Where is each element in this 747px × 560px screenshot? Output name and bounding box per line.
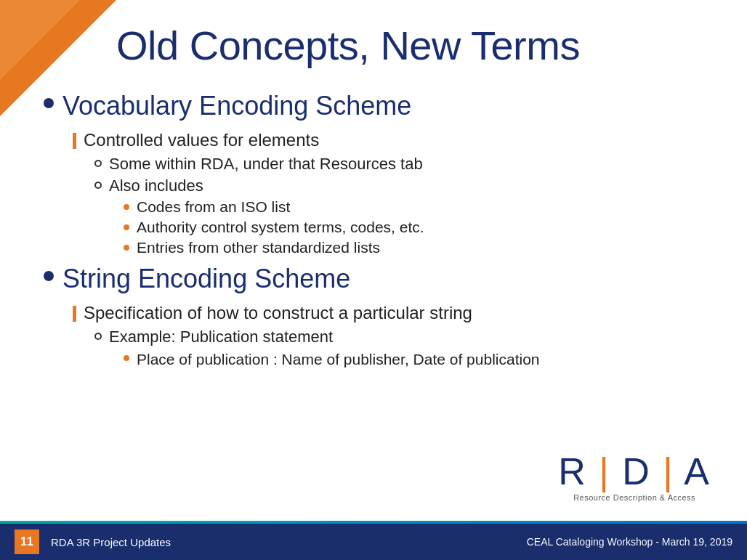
circle-dot-1 (94, 160, 102, 167)
sub-bullet-controlled-values: Controlled values for elements (73, 130, 703, 150)
main-bullet-1: Vocabulary Encoding Scheme (44, 91, 703, 121)
sub-bullet-3-text-2: Authority control system terms, codes, e… (137, 219, 424, 236)
footer-left: 11 RDA 3R Project Updates (15, 529, 171, 554)
sub-bullet-example-text: Example: Publication statement (109, 328, 333, 346)
sub-bullet-some-within-rda: Some within RDA, under that Resources ta… (94, 155, 703, 174)
circle-dot-2 (94, 182, 102, 189)
sub-bullet-codes-iso: Codes from an ISO list (124, 198, 703, 216)
sub-bullet-authority-control: Authority control system terms, codes, e… (124, 219, 703, 236)
orange-dot-3 (124, 245, 129, 251)
sub-bullet-spec-text: Specification of how to construct a part… (84, 303, 472, 323)
circle-dot-3 (94, 333, 102, 340)
bullet-dot-1 (44, 98, 54, 108)
bullet-bar-1 (73, 133, 76, 149)
sub-bullet-2-text-1: Some within RDA, under that Resources ta… (109, 155, 423, 174)
sub-bullet-1-text: Controlled values for elements (84, 130, 319, 150)
orange-dot-1 (124, 204, 129, 210)
footer-event: CEAL Cataloging Workshop - March 19, 201… (527, 536, 732, 548)
footer-bar: 11 RDA 3R Project Updates CEAL Catalogin… (0, 524, 747, 560)
sub-bullet-place-publication: Place of publication : Name of publisher… (124, 349, 703, 370)
sub-bullet-also-includes: Also includes (94, 176, 703, 195)
main-bullet-2: String Encoding Scheme (44, 264, 703, 294)
sub-bullet-place-text: Place of publication : Name of publisher… (137, 349, 540, 370)
orange-dot-2 (124, 224, 129, 230)
sub-bullet-specification: Specification of how to construct a part… (73, 303, 703, 323)
orange-dot-4 (124, 355, 129, 361)
sub-bullet-3-text-1: Codes from an ISO list (137, 198, 290, 216)
sub-section-1: Controlled values for elements Some with… (73, 130, 703, 256)
main-bullet-text-1: Vocabulary Encoding Scheme (62, 91, 411, 121)
slide-content: Old Concepts, New Terms Vocabulary Encod… (0, 0, 747, 524)
sub-section-2: Specification of how to construct a part… (73, 303, 703, 370)
slide-number: 11 (15, 529, 39, 554)
sub-bullet-2-text-2: Also includes (109, 176, 203, 195)
sub-bullet-entries-standardized: Entries from other standardized lists (124, 239, 703, 256)
sub-bullet-example: Example: Publication statement (94, 328, 703, 346)
footer-project-name: RDA 3R Project Updates (51, 536, 171, 548)
main-bullet-text-2: String Encoding Scheme (62, 264, 350, 294)
bullet-bar-2 (73, 306, 76, 322)
sub-bullet-3-text-3: Entries from other standardized lists (137, 239, 380, 256)
slide-title: Old Concepts, New Terms (116, 22, 703, 69)
bullet-dot-2 (44, 271, 54, 281)
